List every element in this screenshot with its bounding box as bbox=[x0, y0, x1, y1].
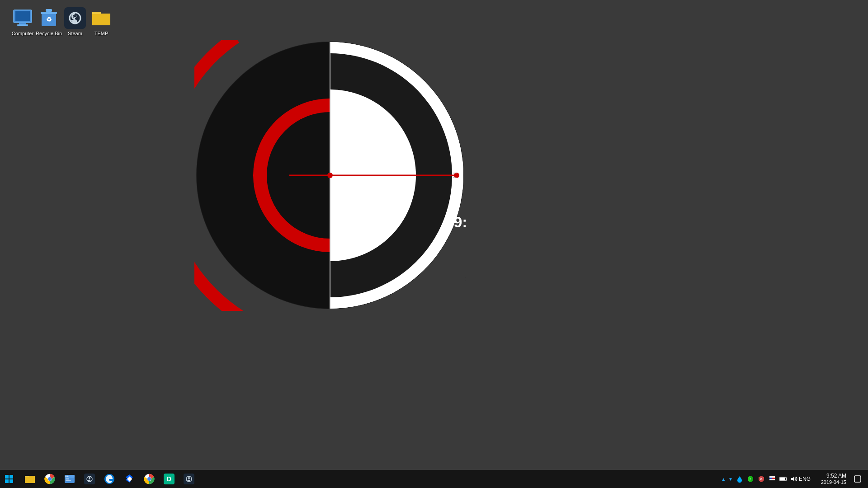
svg-point-147 bbox=[48, 477, 52, 481]
taskbar-dropbox[interactable]: ◆ bbox=[119, 470, 139, 488]
chrome-icon bbox=[44, 474, 55, 484]
taskbar-windows-explorer[interactable] bbox=[60, 470, 80, 488]
taskbar-clock[interactable]: 9:52 AM 2019-04-15 bbox=[810, 470, 851, 488]
shield-cross-icon[interactable]: ✕ bbox=[756, 470, 767, 488]
taskbar-steam2[interactable] bbox=[179, 470, 199, 488]
clock-widget: 1 9 9 1 8 9 10 11 12 7 10 50 55 55 bbox=[194, 40, 466, 311]
svg-rect-145 bbox=[25, 477, 35, 483]
svg-text:9:52 AM: 9:52 AM bbox=[453, 213, 466, 230]
svg-rect-3 bbox=[17, 24, 28, 26]
dropbox-icon: ◆ bbox=[124, 474, 135, 484]
taskbar-steam[interactable] bbox=[80, 470, 99, 488]
file-explorer-icon bbox=[24, 474, 35, 484]
recycle-bin-icon: ♻ bbox=[38, 7, 60, 29]
steam-tb-icon bbox=[84, 474, 95, 484]
shield-up-icon[interactable]: ↑ bbox=[745, 470, 756, 488]
svg-point-140 bbox=[454, 173, 459, 178]
network-flag-icon[interactable] bbox=[767, 470, 778, 488]
start-button[interactable] bbox=[0, 470, 18, 488]
svg-point-160 bbox=[147, 477, 151, 481]
svg-text:D: D bbox=[167, 475, 171, 483]
svg-text:♻: ♻ bbox=[46, 16, 52, 23]
temp-folder-icon-label: TEMP bbox=[94, 31, 108, 37]
svg-point-151 bbox=[67, 476, 69, 477]
svg-rect-6 bbox=[46, 9, 52, 12]
svg-point-141 bbox=[327, 173, 333, 178]
notification-icon bbox=[854, 475, 861, 483]
taskbar-time: 9:52 AM bbox=[826, 473, 846, 479]
svg-rect-1 bbox=[15, 11, 30, 21]
svg-text:✕: ✕ bbox=[760, 477, 763, 481]
svg-rect-174 bbox=[786, 478, 787, 480]
taskbar-edge[interactable] bbox=[99, 470, 119, 488]
svg-rect-152 bbox=[66, 479, 69, 479]
svg-rect-170 bbox=[769, 476, 775, 478]
taskbar: ◆ D bbox=[0, 470, 868, 488]
droplet-icon[interactable] bbox=[734, 470, 745, 488]
taskbar-dashlane[interactable]: D bbox=[159, 470, 179, 488]
network-up-icon: ▲ bbox=[720, 477, 727, 482]
desktop: Computer ♻ Recycle Bin Steam bbox=[0, 0, 868, 470]
computer-icon-label: Computer bbox=[12, 31, 33, 37]
taskbar-icons: ◆ D bbox=[20, 470, 199, 488]
system-tray: ▲ ▼ ↑ ✕ bbox=[720, 470, 868, 488]
dashlane-icon: D bbox=[164, 474, 175, 484]
svg-point-156 bbox=[89, 477, 90, 479]
taskbar-chrome2[interactable] bbox=[139, 470, 159, 488]
svg-rect-12 bbox=[92, 12, 101, 14]
taskbar-chrome[interactable] bbox=[40, 470, 60, 488]
windows-explorer-icon bbox=[64, 474, 75, 484]
taskbar-file-explorer[interactable] bbox=[20, 470, 40, 488]
volume-icon[interactable] bbox=[788, 470, 799, 488]
language-label: ENG bbox=[799, 476, 811, 482]
computer-icon bbox=[12, 7, 33, 29]
steam-icon-label: Steam bbox=[68, 31, 82, 37]
wifi-icon[interactable] bbox=[778, 470, 788, 488]
svg-rect-173 bbox=[780, 478, 785, 480]
svg-text:↑: ↑ bbox=[750, 477, 751, 481]
svg-rect-175 bbox=[854, 476, 861, 482]
svg-point-10 bbox=[74, 15, 76, 18]
edge-icon bbox=[104, 474, 115, 484]
svg-rect-5 bbox=[41, 12, 57, 14]
svg-point-150 bbox=[66, 476, 67, 477]
svg-rect-153 bbox=[66, 480, 71, 481]
svg-rect-171 bbox=[769, 479, 775, 480]
desktop-icon-temp[interactable]: TEMP bbox=[83, 5, 119, 39]
svg-rect-2 bbox=[19, 23, 26, 24]
notification-center[interactable] bbox=[851, 470, 864, 488]
chrome2-icon bbox=[144, 474, 155, 484]
windows-logo-icon bbox=[5, 475, 13, 483]
svg-text:◆: ◆ bbox=[127, 475, 132, 482]
steam-icon bbox=[64, 7, 86, 29]
svg-text:17: 17 bbox=[465, 276, 466, 282]
temp-folder-icon bbox=[90, 7, 112, 29]
svg-point-165 bbox=[188, 477, 190, 479]
svg-rect-11 bbox=[92, 14, 110, 25]
taskbar-date: 2019-04-15 bbox=[821, 479, 846, 485]
network-activity: ▲ ▼ bbox=[720, 477, 734, 482]
language-indicator[interactable]: ENG bbox=[799, 470, 810, 488]
network-down-icon: ▼ bbox=[727, 477, 734, 482]
steam2-tb-icon bbox=[184, 474, 194, 484]
